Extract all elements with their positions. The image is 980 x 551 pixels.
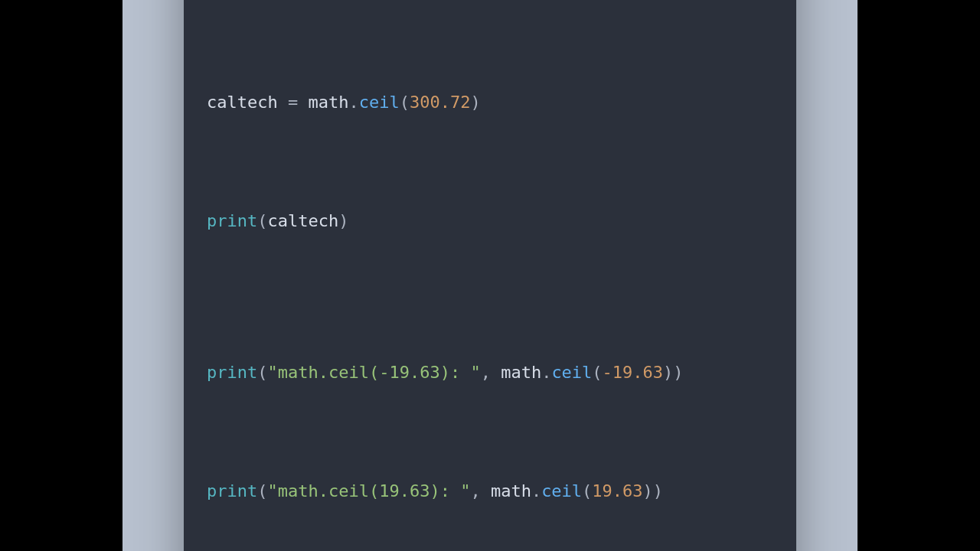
equals: = bbox=[278, 93, 309, 112]
arg-variable: caltech bbox=[267, 211, 338, 230]
dot: . bbox=[541, 363, 551, 382]
number-literal: -19.63 bbox=[603, 363, 663, 382]
method-ceil: ceil bbox=[551, 363, 592, 382]
stage-background: import math caltech = math.ceil(300.72) … bbox=[122, 0, 858, 551]
code-line-3: print(caltech) bbox=[207, 208, 773, 234]
method-ceil: ceil bbox=[359, 93, 400, 112]
comma: , bbox=[481, 363, 501, 382]
method-ceil: ceil bbox=[541, 481, 582, 500]
rparen: ) bbox=[653, 481, 663, 500]
code-line-5: print("math.ceil(19.63): ", math.ceil(19… bbox=[207, 478, 773, 504]
rparen: ) bbox=[338, 211, 348, 230]
rparen: ) bbox=[470, 93, 480, 112]
code-area: import math caltech = math.ceil(300.72) … bbox=[184, 0, 796, 551]
dot: . bbox=[531, 481, 541, 500]
code-window: import math caltech = math.ceil(300.72) … bbox=[184, 0, 796, 551]
rparen: ) bbox=[663, 363, 673, 382]
builtin-print: print bbox=[207, 211, 257, 230]
builtin-print: print bbox=[207, 481, 257, 500]
dot: . bbox=[348, 93, 358, 112]
object-math: math bbox=[308, 93, 348, 112]
rparen: ) bbox=[643, 481, 653, 500]
string-literal: "math.ceil(-19.63): " bbox=[267, 363, 480, 382]
object-math: math bbox=[491, 481, 531, 500]
variable-name: caltech bbox=[207, 93, 278, 112]
rparen: ) bbox=[673, 363, 683, 382]
number-literal: 300.72 bbox=[410, 93, 470, 112]
lparen: ( bbox=[592, 363, 602, 382]
lparen: ( bbox=[582, 481, 592, 500]
number-literal: 19.63 bbox=[592, 481, 642, 500]
code-line-2: caltech = math.ceil(300.72) bbox=[207, 90, 773, 116]
builtin-print: print bbox=[207, 363, 257, 382]
object-math: math bbox=[501, 363, 541, 382]
lparen: ( bbox=[400, 93, 410, 112]
code-line-4: print("math.ceil(-19.63): ", math.ceil(-… bbox=[207, 360, 773, 386]
lparen: ( bbox=[257, 363, 267, 382]
lparen: ( bbox=[257, 481, 267, 500]
comma: , bbox=[470, 481, 491, 500]
string-literal: "math.ceil(19.63): " bbox=[267, 481, 470, 500]
lparen: ( bbox=[257, 211, 267, 230]
